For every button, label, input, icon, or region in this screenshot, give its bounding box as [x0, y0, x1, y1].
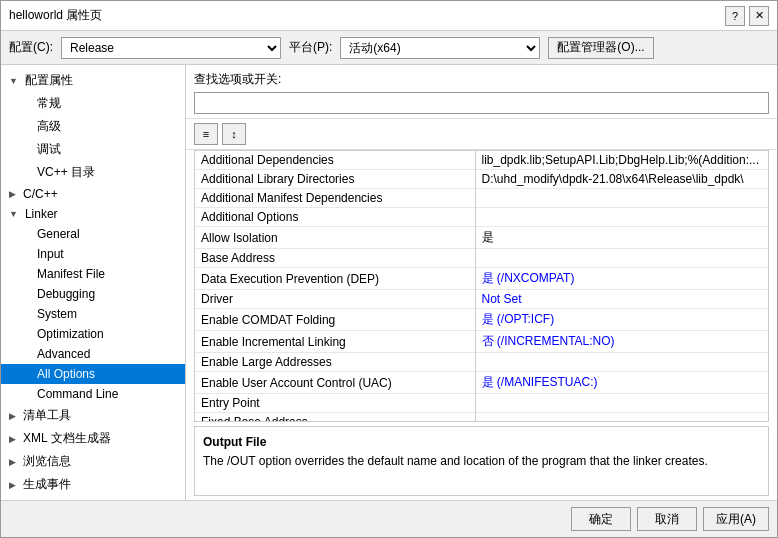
option-value: lib_dpdk.lib;SetupAPI.Lib;DbgHelp.Lib;%(…: [475, 151, 768, 170]
bottom-bar: 确定 取消 应用(A): [1, 500, 777, 537]
list-view-button[interactable]: ≡: [194, 123, 218, 145]
options-table: Additional Dependencieslib_dpdk.lib;Setu…: [195, 151, 768, 422]
description-panel: Output File The /OUT option overrides th…: [194, 426, 769, 496]
table-row[interactable]: Additional Options: [195, 208, 768, 227]
table-row[interactable]: Additional Library DirectoriesD:\uhd_mod…: [195, 170, 768, 189]
option-value: [475, 249, 768, 268]
search-label: 查找选项或开关:: [194, 71, 769, 88]
sidebar-label: 清单工具: [23, 407, 71, 424]
sidebar-item-17[interactable]: ▶XML 文档生成器: [1, 427, 185, 450]
sidebar-label: Debugging: [37, 287, 95, 301]
option-name: Enable Large Addresses: [195, 353, 475, 372]
sidebar-item-0[interactable]: ▼配置属性: [1, 69, 185, 92]
table-row[interactable]: Allow Isolation是: [195, 227, 768, 249]
table-row[interactable]: Enable Large Addresses: [195, 353, 768, 372]
sidebar-label: 配置属性: [25, 72, 73, 89]
table-row[interactable]: Enable Incremental Linking否 (/INCREMENTA…: [195, 331, 768, 353]
sidebar-item-8[interactable]: Input: [1, 244, 185, 264]
sidebar-item-9[interactable]: Manifest File: [1, 264, 185, 284]
sidebar-item-5[interactable]: ▶C/C++: [1, 184, 185, 204]
option-value: [475, 394, 768, 413]
table-row[interactable]: Entry Point: [195, 394, 768, 413]
option-name: Enable Incremental Linking: [195, 331, 475, 353]
platform-dropdown[interactable]: 活动(x64): [340, 37, 540, 59]
sidebar-label: Input: [37, 247, 64, 261]
expand-icon: ▶: [9, 434, 16, 444]
table-row[interactable]: Enable COMDAT Folding是 (/OPT:ICF): [195, 309, 768, 331]
option-value: 否 (/INCREMENTAL:NO): [475, 331, 768, 353]
sidebar-item-18[interactable]: ▶浏览信息: [1, 450, 185, 473]
sidebar-label: Linker: [25, 207, 58, 221]
sidebar-item-11[interactable]: System: [1, 304, 185, 324]
option-name: Allow Isolation: [195, 227, 475, 249]
ok-button[interactable]: 确定: [571, 507, 631, 531]
option-name: Enable COMDAT Folding: [195, 309, 475, 331]
option-name: Data Execution Prevention (DEP): [195, 268, 475, 290]
help-button[interactable]: ?: [725, 6, 745, 26]
option-name: Additional Library Directories: [195, 170, 475, 189]
option-value: 是 (/NXCOMPAT): [475, 268, 768, 290]
sidebar-item-3[interactable]: 调试: [1, 138, 185, 161]
sidebar-item-19[interactable]: ▶生成事件: [1, 473, 185, 496]
option-name: Additional Options: [195, 208, 475, 227]
sidebar-label: Manifest File: [37, 267, 105, 281]
sidebar-label: General: [37, 227, 80, 241]
sidebar-label: 浏览信息: [23, 453, 71, 470]
sidebar-label: VC++ 目录: [37, 164, 95, 181]
option-name: Enable User Account Control (UAC): [195, 372, 475, 394]
option-value: 是 (/MANIFESTUAC:): [475, 372, 768, 394]
sidebar-item-13[interactable]: Advanced: [1, 344, 185, 364]
option-value: [475, 208, 768, 227]
config-dropdown[interactable]: Release: [61, 37, 281, 59]
sidebar-item-10[interactable]: Debugging: [1, 284, 185, 304]
config-manager-button[interactable]: 配置管理器(O)...: [548, 37, 653, 59]
sidebar-item-2[interactable]: 高级: [1, 115, 185, 138]
option-value: D:\uhd_modify\dpdk-21.08\x64\Release\lib…: [475, 170, 768, 189]
options-table-container: Additional Dependencieslib_dpdk.lib;Setu…: [194, 150, 769, 422]
table-row[interactable]: Additional Dependencieslib_dpdk.lib;Setu…: [195, 151, 768, 170]
option-name: Fixed Base Address: [195, 413, 475, 423]
main-window: helloworld 属性页 ? ✕ 配置(C): Release 平台(P):…: [0, 0, 778, 538]
option-name: Additional Dependencies: [195, 151, 475, 170]
cancel-button[interactable]: 取消: [637, 507, 697, 531]
expand-icon: ▶: [9, 457, 16, 467]
platform-label: 平台(P):: [289, 39, 332, 56]
option-name: Entry Point: [195, 394, 475, 413]
table-row[interactable]: Fixed Base Address: [195, 413, 768, 423]
option-name: Base Address: [195, 249, 475, 268]
sidebar-item-7[interactable]: General: [1, 224, 185, 244]
close-button[interactable]: ✕: [749, 6, 769, 26]
sidebar-item-4[interactable]: VC++ 目录: [1, 161, 185, 184]
expand-icon: ▼: [9, 76, 18, 86]
sidebar-item-1[interactable]: 常规: [1, 92, 185, 115]
sort-button[interactable]: ↕: [222, 123, 246, 145]
table-row[interactable]: Data Execution Prevention (DEP)是 (/NXCOM…: [195, 268, 768, 290]
sidebar-item-16[interactable]: ▶清单工具: [1, 404, 185, 427]
sidebar-item-6[interactable]: ▼Linker: [1, 204, 185, 224]
sidebar-label: 高级: [37, 118, 61, 135]
sidebar-label: C/C++: [23, 187, 58, 201]
sidebar: ▼配置属性常规高级调试VC++ 目录▶C/C++▼LinkerGeneralIn…: [1, 65, 186, 500]
table-row[interactable]: Enable User Account Control (UAC)是 (/MAN…: [195, 372, 768, 394]
sidebar-label: 常规: [37, 95, 61, 112]
config-label: 配置(C):: [9, 39, 53, 56]
sidebar-item-12[interactable]: Optimization: [1, 324, 185, 344]
table-row[interactable]: DriverNot Set: [195, 290, 768, 309]
sidebar-label: Command Line: [37, 387, 118, 401]
table-row[interactable]: Base Address: [195, 249, 768, 268]
table-row[interactable]: Additional Manifest Dependencies: [195, 189, 768, 208]
option-value: [475, 413, 768, 423]
expand-icon: ▼: [9, 209, 18, 219]
main-content: ▼配置属性常规高级调试VC++ 目录▶C/C++▼LinkerGeneralIn…: [1, 65, 777, 500]
sidebar-label: Optimization: [37, 327, 104, 341]
description-title: Output File: [203, 435, 760, 449]
sidebar-label: System: [37, 307, 77, 321]
sidebar-item-15[interactable]: Command Line: [1, 384, 185, 404]
sidebar-item-14[interactable]: All Options: [1, 364, 185, 384]
title-controls: ? ✕: [725, 6, 769, 26]
search-input[interactable]: [194, 92, 769, 114]
expand-icon: ▶: [9, 480, 16, 490]
apply-button[interactable]: 应用(A): [703, 507, 769, 531]
option-name: Driver: [195, 290, 475, 309]
window-title: helloworld 属性页: [9, 7, 102, 24]
